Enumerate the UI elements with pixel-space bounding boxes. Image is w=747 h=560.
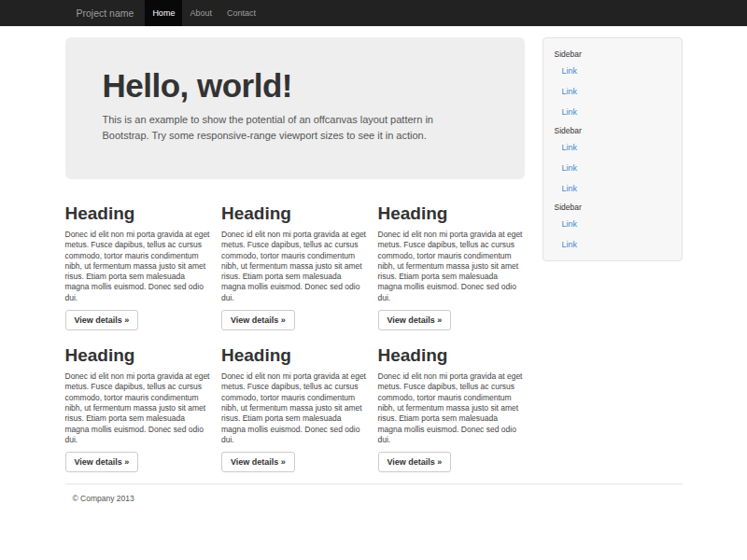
nav-item-home[interactable]: Home	[145, 0, 182, 26]
main-content: Hello, world! This is an example to show…	[65, 37, 525, 472]
content-card: Heading Donec id elit non mi porta gravi…	[65, 179, 212, 330]
navbar-menu: HomeAboutContact	[145, 0, 263, 26]
nav-item-about[interactable]: About	[182, 0, 219, 26]
card-body-text: Donec id elit non mi porta gravida at eg…	[221, 371, 368, 445]
content-card: Heading Donec id elit non mi porta gravi…	[221, 330, 368, 472]
content-card: Heading Donec id elit non mi porta gravi…	[221, 179, 368, 330]
nav-item-contact[interactable]: Contact	[219, 0, 263, 26]
navbar-inner: Project name HomeAboutContact	[65, 0, 683, 26]
jumbotron-description: This is an example to show the potential…	[103, 112, 487, 143]
content-card: Heading Donec id elit non mi porta gravi…	[65, 330, 212, 472]
page-container: Hello, world! This is an example to show…	[65, 37, 683, 503]
card-heading: Heading	[65, 203, 212, 223]
copyright-text: © Company 2013	[65, 494, 683, 503]
card-body-text: Donec id elit non mi porta gravida at eg…	[65, 230, 212, 303]
view-details-button[interactable]: View details »	[65, 310, 139, 330]
view-details-button[interactable]: View details »	[221, 452, 295, 472]
content-card: Heading Donec id elit non mi porta gravi…	[378, 179, 525, 330]
sidebar-group-title: Sidebar	[543, 46, 682, 61]
sidebar-link[interactable]: Link	[543, 158, 682, 178]
sidebar-group-title: Sidebar	[543, 199, 682, 214]
footer: © Company 2013	[65, 494, 683, 503]
view-details-button[interactable]: View details »	[378, 452, 452, 472]
navbar: Project name HomeAboutContact	[0, 0, 747, 26]
card-heading: Heading	[378, 203, 525, 223]
card-body-text: Donec id elit non mi porta gravida at eg…	[378, 371, 525, 445]
jumbotron: Hello, world! This is an example to show…	[65, 37, 525, 179]
sidebar-link[interactable]: Link	[543, 214, 682, 234]
sidebar-link[interactable]: Link	[543, 81, 682, 102]
content-card: Heading Donec id elit non mi porta gravi…	[378, 330, 525, 472]
card-body-text: Donec id elit non mi porta gravida at eg…	[65, 371, 212, 445]
sidebar-link[interactable]: Link	[543, 102, 682, 122]
sidebar-link[interactable]: Link	[543, 137, 682, 158]
view-details-button[interactable]: View details »	[221, 310, 295, 330]
card-heading: Heading	[378, 345, 525, 365]
sidebar-link[interactable]: Link	[543, 61, 682, 81]
sidebar-group-title: Sidebar	[543, 122, 682, 137]
card-body-text: Donec id elit non mi porta gravida at eg…	[378, 230, 525, 303]
card-heading: Heading	[221, 345, 368, 365]
sidebar-link[interactable]: Link	[543, 178, 682, 199]
card-heading: Heading	[221, 203, 368, 223]
sidebar: SidebarLinkLinkLinkSidebarLinkLinkLinkSi…	[543, 37, 683, 261]
sidebar-link[interactable]: Link	[543, 234, 682, 255]
footer-divider	[65, 483, 683, 484]
view-details-button[interactable]: View details »	[65, 452, 139, 472]
navbar-brand[interactable]: Project name	[65, 0, 146, 26]
view-details-button[interactable]: View details »	[378, 310, 452, 330]
page-title: Hello, world!	[103, 68, 487, 104]
cards-grid: Heading Donec id elit non mi porta gravi…	[65, 179, 525, 472]
main-row: Hello, world! This is an example to show…	[65, 37, 683, 472]
card-body-text: Donec id elit non mi porta gravida at eg…	[221, 230, 368, 303]
card-heading: Heading	[65, 345, 212, 365]
